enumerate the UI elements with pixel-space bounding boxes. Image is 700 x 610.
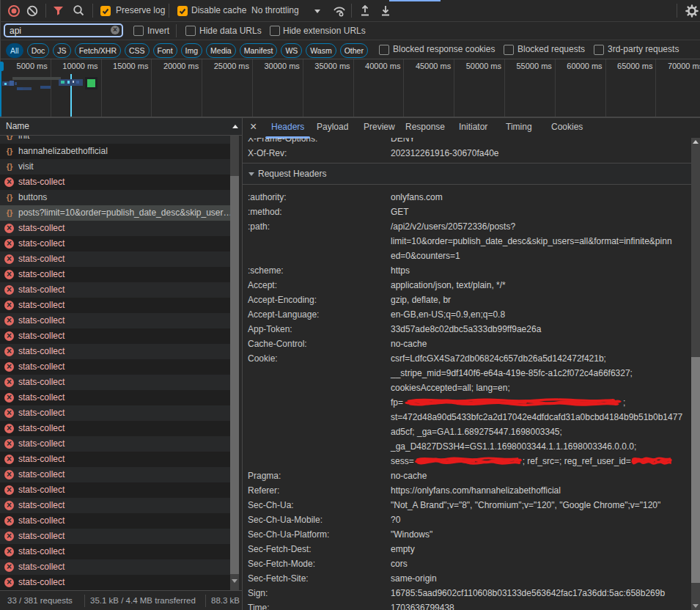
clear-icon[interactable] bbox=[26, 5, 38, 17]
third-party-requests-checkbox[interactable] bbox=[594, 45, 604, 55]
request-name: stats-collect bbox=[18, 469, 65, 479]
blocked-response-cookies-label: Blocked response cookies bbox=[393, 40, 495, 59]
export-har-icon[interactable] bbox=[380, 4, 391, 17]
hide-data-urls-checkbox[interactable] bbox=[185, 26, 196, 36]
request-row[interactable]: ×stats-collect bbox=[0, 405, 230, 421]
settings-gear-icon[interactable] bbox=[685, 4, 699, 18]
request-headers-section[interactable]: Request Headers bbox=[243, 163, 691, 185]
request-row[interactable]: ×stats-collect bbox=[0, 236, 230, 251]
request-row[interactable]: ×stats-collect bbox=[0, 298, 230, 313]
header-row: App-Token:33d57ade8c02dbc5a333db99ff9ae2… bbox=[243, 322, 691, 337]
type-filter-doc[interactable]: Doc bbox=[27, 43, 50, 58]
request-name: stats-collect bbox=[18, 238, 65, 249]
request-row[interactable]: ×stats-collect bbox=[0, 282, 230, 298]
type-filter-fetchxhr[interactable]: Fetch/XHR bbox=[75, 43, 121, 58]
request-row[interactable]: ×stats-collect bbox=[0, 390, 230, 405]
request-row[interactable]: ×stats-collect bbox=[0, 467, 230, 482]
request-row[interactable]: ×stats-collect bbox=[0, 221, 230, 236]
request-row[interactable]: ×stats-collect bbox=[0, 482, 230, 498]
timeline-overview[interactable]: 5000 ms10000 ms15000 ms20000 ms25000 ms3… bbox=[0, 59, 700, 118]
waterfall-mark bbox=[40, 86, 51, 89]
header-row: :path:/api2/v2/users/20572336/posts?limi… bbox=[243, 219, 691, 263]
import-har-icon[interactable] bbox=[359, 4, 371, 17]
xhr-icon: {} bbox=[4, 144, 15, 159]
request-row[interactable]: {}visit bbox=[0, 159, 230, 174]
invert-checkbox[interactable] bbox=[133, 26, 144, 36]
request-row[interactable]: ×stats-collect bbox=[0, 267, 230, 282]
request-name: stats-collect bbox=[18, 577, 65, 587]
error-icon: × bbox=[4, 516, 14, 526]
request-row[interactable]: ×stats-collect bbox=[0, 452, 230, 467]
type-filter-media[interactable]: Media bbox=[206, 43, 236, 58]
scroll-down-icon[interactable] bbox=[232, 579, 237, 583]
header-value-line: sess=; ref_src=; reg_ref_user_id= bbox=[391, 454, 669, 468]
hide-extension-urls-checkbox[interactable] bbox=[270, 26, 280, 36]
header-row: Sign:16785:5aad9602cf110608b03133de56364… bbox=[243, 586, 691, 600]
type-filter-img[interactable]: Img bbox=[181, 43, 203, 58]
request-row[interactable]: ×stats-collect bbox=[0, 529, 230, 544]
filter-icon[interactable] bbox=[52, 4, 65, 17]
request-row[interactable]: ×stats-collect bbox=[0, 375, 230, 390]
name-column-header[interactable]: Name bbox=[0, 118, 242, 136]
type-filter-css[interactable]: CSS bbox=[125, 43, 150, 58]
request-row[interactable]: ×stats-collect bbox=[0, 344, 230, 359]
filter-input[interactable] bbox=[4, 23, 123, 37]
request-row[interactable]: ×stats-collect bbox=[0, 421, 230, 436]
scrollbar-thumb[interactable] bbox=[230, 176, 239, 574]
error-icon: × bbox=[4, 362, 14, 372]
record-icon[interactable] bbox=[7, 4, 21, 18]
type-filter-ws[interactable]: WS bbox=[281, 43, 302, 58]
search-icon[interactable] bbox=[73, 4, 85, 17]
throttling-select[interactable]: No throttling bbox=[251, 0, 299, 21]
request-list-scrollbar[interactable] bbox=[230, 136, 239, 590]
request-row[interactable]: ×stats-collect bbox=[0, 251, 230, 267]
type-filter-wasm[interactable]: Wasm bbox=[306, 43, 336, 58]
request-name: stats-collect bbox=[18, 300, 65, 310]
request-row[interactable]: {}posts?limit=10&order=publish_date_desc… bbox=[0, 205, 230, 221]
request-row[interactable]: ×stats-collect bbox=[0, 544, 230, 559]
tab-headers[interactable]: Headers bbox=[271, 118, 304, 136]
type-filter-js[interactable]: JS bbox=[53, 43, 70, 58]
request-row[interactable]: ×stats-collect bbox=[0, 359, 230, 375]
resources-size: 88.3 kB bbox=[211, 591, 240, 610]
request-row[interactable]: ×stats-collect bbox=[0, 174, 230, 190]
request-row[interactable]: ×stats-collect bbox=[0, 559, 230, 575]
request-row[interactable]: {}buttons bbox=[0, 190, 230, 205]
request-row[interactable]: ×stats-collect bbox=[0, 498, 230, 513]
request-row[interactable]: ×stats-collect bbox=[0, 575, 230, 590]
tab-cookies[interactable]: Cookies bbox=[551, 118, 583, 136]
error-icon: × bbox=[4, 347, 14, 356]
header-name: Sec-Fetch-Dest: bbox=[248, 542, 312, 556]
blocked-response-cookies-checkbox[interactable] bbox=[379, 45, 389, 55]
request-name: buttons bbox=[18, 192, 47, 202]
clear-filter-icon[interactable]: × bbox=[111, 26, 119, 34]
type-filter-font[interactable]: Font bbox=[153, 43, 177, 58]
type-filter-all[interactable]: All bbox=[6, 43, 23, 58]
type-filter-other[interactable]: Other bbox=[340, 43, 368, 58]
close-details-icon[interactable]: × bbox=[250, 118, 257, 136]
request-row[interactable]: ×stats-collect bbox=[0, 436, 230, 452]
request-row[interactable]: ×stats-collect bbox=[0, 513, 230, 529]
request-row[interactable]: ×stats-collect bbox=[0, 313, 230, 328]
header-name: X-Of-Rev: bbox=[248, 146, 287, 161]
tab-timing[interactable]: Timing bbox=[506, 118, 532, 136]
blocked-requests-checkbox[interactable] bbox=[504, 45, 514, 55]
tab-payload[interactable]: Payload bbox=[317, 118, 348, 136]
scroll-down-icon[interactable] bbox=[693, 604, 699, 608]
waterfall-mark bbox=[17, 87, 23, 90]
network-conditions-icon[interactable] bbox=[332, 4, 347, 18]
type-filter-manifest[interactable]: Manifest bbox=[240, 43, 278, 58]
tab-preview[interactable]: Preview bbox=[364, 118, 395, 136]
request-row[interactable]: {}init bbox=[0, 136, 230, 144]
tab-response[interactable]: Response bbox=[405, 118, 445, 136]
request-row[interactable]: ×stats-collect bbox=[0, 328, 230, 344]
disable-cache-checkbox[interactable] bbox=[177, 6, 188, 16]
waterfall-mark bbox=[87, 79, 95, 87]
details-scrollbar-thumb[interactable] bbox=[691, 357, 700, 583]
scroll-up-icon[interactable] bbox=[693, 140, 699, 144]
header-value: cors bbox=[391, 556, 669, 571]
request-row[interactable]: {}hannahelizabethofficial bbox=[0, 144, 230, 159]
details-scrollbar[interactable] bbox=[691, 138, 700, 610]
preserve-log-checkbox[interactable] bbox=[100, 6, 111, 16]
tab-initiator[interactable]: Initiator bbox=[459, 118, 487, 136]
